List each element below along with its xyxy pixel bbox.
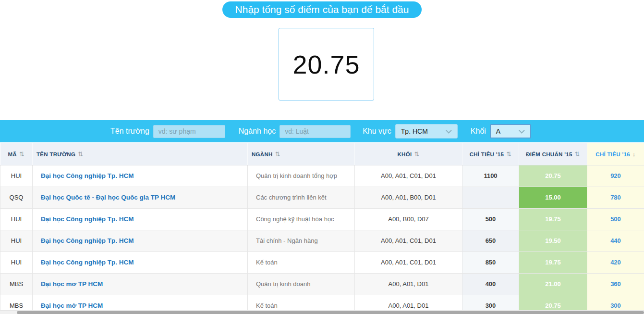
- school-filter-label: Tên trường: [110, 127, 149, 136]
- cell-code: QSQ: [0, 187, 33, 208]
- filter-bar: Tên trường Ngành học Khu vực Tp. HCM Khố…: [0, 120, 644, 142]
- cell-school: Đại học Công nghiệp Tp. HCM: [33, 165, 248, 187]
- cell-blocks: A00, A01, D01: [355, 273, 462, 295]
- cell-blocks: A00, A01, C01, D01: [355, 165, 462, 187]
- cell-quota-16: 360: [587, 273, 644, 295]
- cell-quota-15: 1100: [462, 165, 519, 187]
- school-link[interactable]: Đại học mở TP HCM: [41, 302, 103, 309]
- cell-quota-15: 400: [462, 273, 519, 295]
- table-row: MBSĐại học mở TP HCMQuản trị kinh doanhA…: [0, 273, 644, 295]
- column-label: CHỈ TIÊU '15: [470, 151, 504, 157]
- school-filter-input[interactable]: [153, 125, 225, 138]
- cell-school: Đại học Công nghiệp Tp. HCM: [33, 208, 248, 230]
- prompt-pill: Nhập tổng số điểm của bạn để bắt đầu: [222, 1, 422, 18]
- region-select-value: Tp. HCM: [401, 127, 428, 135]
- sort-both-icon: ⇅: [575, 151, 580, 158]
- column-label: CHỈ TIÊU '16: [595, 151, 630, 157]
- cell-quota-15: [462, 187, 519, 208]
- sort-both-icon: ⇅: [78, 151, 83, 158]
- cell-quota-16: 780: [587, 187, 644, 208]
- column-label: NGÀNH: [252, 151, 273, 157]
- results-table: MÃ⇅TÊN TRƯỜNG⇅NGÀNH⇅KHỐI⇅CHỈ TIÊU '15⇅ĐI…: [0, 143, 644, 314]
- column-label: ĐIỂM CHUẨN '15: [526, 151, 572, 157]
- cell-school: Đại học mở TP HCM: [33, 273, 248, 295]
- column-header-chi-tieu-16[interactable]: CHỈ TIÊU '16↓: [587, 143, 644, 165]
- major-filter-label: Ngành học: [239, 127, 276, 136]
- school-link[interactable]: Đại học Công nghiệp Tp. HCM: [41, 215, 134, 223]
- major-filter-input[interactable]: [279, 125, 351, 138]
- chevron-down-icon: [446, 127, 452, 134]
- school-link[interactable]: Đại học Quốc tế - Đại học Quốc gia TP HC…: [41, 194, 175, 201]
- horizontal-scrollbar[interactable]: [0, 310, 644, 314]
- cell-code: MBS: [0, 273, 33, 295]
- column-header-ten-truong[interactable]: TÊN TRƯỜNG⇅: [33, 143, 248, 165]
- cell-benchmark-score-15: 15.00: [519, 187, 587, 208]
- cell-quota-16: 420: [587, 251, 644, 273]
- column-label: KHỐI: [397, 151, 412, 157]
- cell-quota-15: 500: [462, 208, 519, 230]
- cell-school: Đại học Quốc tế - Đại học Quốc gia TP HC…: [33, 187, 248, 208]
- cell-code: HUI: [0, 208, 33, 230]
- cell-quota-16: 440: [587, 230, 644, 251]
- region-filter-label: Khu vực: [363, 127, 391, 136]
- cell-major: Quản trị kinh doanh tổng hợp: [248, 165, 355, 187]
- cell-blocks: A00, A01, C01, D01: [355, 251, 462, 273]
- column-header-khoi[interactable]: KHỐI⇅: [355, 143, 462, 165]
- table-header-row: MÃ⇅TÊN TRƯỜNG⇅NGÀNH⇅KHỐI⇅CHỈ TIÊU '15⇅ĐI…: [0, 143, 644, 165]
- school-link[interactable]: Đại học Công nghiệp Tp. HCM: [41, 237, 134, 244]
- horizontal-scrollbar-thumb[interactable]: [17, 311, 644, 314]
- cell-school: Đại học Công nghiệp Tp. HCM: [33, 251, 248, 273]
- cell-major: Công nghệ kỹ thuật hóa học: [248, 208, 355, 230]
- block-select[interactable]: A: [490, 124, 531, 138]
- prompt-pill-label: Nhập tổng số điểm của bạn để bắt đầu: [235, 4, 409, 15]
- school-link[interactable]: Đại học Công nghiệp Tp. HCM: [41, 172, 134, 179]
- score-value: 20.75: [292, 50, 360, 79]
- table-body: HUIĐại học Công nghiệp Tp. HCMQuản trị k…: [0, 165, 644, 314]
- cell-major: Tài chính - Ngân hàng: [248, 230, 355, 251]
- sort-both-icon: ⇅: [414, 151, 419, 158]
- cell-blocks: A00, A01, B00, D01: [355, 187, 462, 208]
- sort-desc-icon: ↓: [632, 151, 636, 158]
- cell-benchmark-score-15: 20.75: [519, 165, 587, 187]
- table-row: HUIĐại học Công nghiệp Tp. HCMTài chính …: [0, 230, 644, 251]
- score-input[interactable]: 20.75: [279, 28, 374, 100]
- column-header-diem-chuan-15[interactable]: ĐIỂM CHUẨN '15⇅: [519, 143, 587, 165]
- cell-major: Kế toán: [248, 251, 355, 273]
- sort-both-icon: ⇅: [275, 151, 280, 158]
- cell-code: HUI: [0, 165, 33, 187]
- block-filter-label: Khối: [471, 127, 486, 136]
- cell-quota-15: 850: [462, 251, 519, 273]
- table-row: QSQĐại học Quốc tế - Đại học Quốc gia TP…: [0, 187, 644, 208]
- cell-benchmark-score-15: 21.00: [519, 273, 587, 295]
- block-select-value: A: [496, 127, 500, 135]
- cell-school: Đại học Công nghiệp Tp. HCM: [33, 230, 248, 251]
- cell-benchmark-score-15: 19.75: [519, 208, 587, 230]
- cell-code: HUI: [0, 230, 33, 251]
- cell-benchmark-score-15: 19.50: [519, 230, 587, 251]
- column-header-ma[interactable]: MÃ⇅: [0, 143, 33, 165]
- cell-quota-15: 650: [462, 230, 519, 251]
- column-header-nganh[interactable]: NGÀNH⇅: [248, 143, 355, 165]
- page: Nhập tổng số điểm của bạn để bắt đầu 20.…: [0, 0, 644, 314]
- school-link[interactable]: Đại học Công nghiệp Tp. HCM: [41, 259, 134, 266]
- column-label: TÊN TRƯỜNG: [36, 151, 75, 157]
- column-header-chi-tieu-15[interactable]: CHỈ TIÊU '15⇅: [462, 143, 519, 165]
- sort-both-icon: ⇅: [19, 151, 24, 158]
- cell-quota-16: 920: [587, 165, 644, 187]
- cell-code: HUI: [0, 251, 33, 273]
- cell-blocks: A00, B00, D07: [355, 208, 462, 230]
- table-row: HUIĐại học Công nghiệp Tp. HCMKế toánA00…: [0, 251, 644, 273]
- column-label: MÃ: [8, 151, 17, 157]
- cell-major: Quản trị kinh doanh: [248, 273, 355, 295]
- table-row: HUIĐại học Công nghiệp Tp. HCMQuản trị k…: [0, 165, 644, 187]
- chevron-down-icon: [519, 127, 525, 134]
- table-row: HUIĐại học Công nghiệp Tp. HCMCông nghệ …: [0, 208, 644, 230]
- region-select[interactable]: Tp. HCM: [395, 124, 458, 138]
- sort-both-icon: ⇅: [506, 151, 511, 158]
- school-link[interactable]: Đại học mở TP HCM: [41, 280, 103, 288]
- cell-quota-16: 500: [587, 208, 644, 230]
- cell-benchmark-score-15: 19.75: [519, 251, 587, 273]
- cell-major: Các chương trình liên kết: [248, 187, 355, 208]
- cell-blocks: A00, A01, C01, D01: [355, 230, 462, 251]
